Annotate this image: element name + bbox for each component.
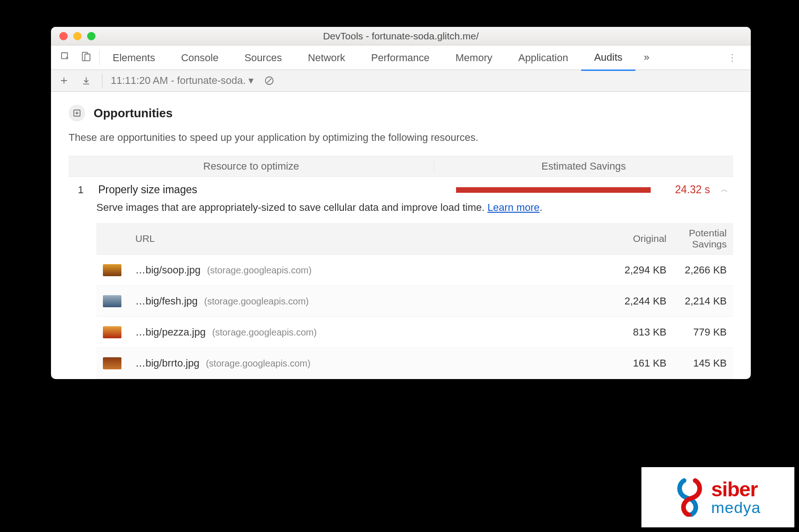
audits-toolbar: 11:11:20 AM - fortunate-soda. ▾: [51, 70, 751, 92]
table-row: …big/pezza.jpg(storage.googleapis.com) 8…: [96, 317, 733, 348]
watermark-line1: siber: [711, 479, 761, 500]
chevron-up-icon[interactable]: ︿: [718, 185, 730, 195]
audits-content: Opportunities These are opportunities to…: [51, 92, 751, 379]
image-thumbnail: [103, 357, 121, 369]
watermark-logo-icon: [675, 478, 704, 517]
th-url: URL: [103, 233, 606, 244]
audit-index: 1: [71, 184, 90, 196]
devtools-tabbar: Elements Console Sources Network Perform…: [51, 45, 751, 70]
resource-host: (storage.googleapis.com): [207, 265, 312, 276]
th-potential: Potential Savings: [666, 228, 727, 250]
tab-performance[interactable]: Performance: [358, 45, 443, 70]
tab-sources[interactable]: Sources: [231, 45, 295, 70]
device-toggle-icon[interactable]: [81, 51, 91, 63]
maximize-window-button[interactable]: [87, 32, 95, 40]
table-header: URL Original Potential Savings: [96, 223, 733, 255]
potential-savings: 2,266 KB: [666, 264, 727, 276]
resource-host: (storage.googleapis.com): [204, 296, 309, 307]
watermark-text: siber medya: [711, 479, 761, 515]
tab-application[interactable]: Application: [505, 45, 581, 70]
image-thumbnail: [103, 326, 121, 338]
audit-run-label: 11:11:20 AM - fortunate-soda.: [111, 75, 246, 87]
section-title: Opportunities: [94, 106, 172, 120]
audit-description: Serve images that are appropriately-size…: [69, 200, 733, 223]
resource-host: (storage.googleapis.com): [212, 327, 317, 338]
image-thumbnail: [103, 264, 121, 276]
table-row: …big/fesh.jpg(storage.googleapis.com) 2,…: [96, 286, 733, 317]
col-resource: Resource to optimize: [69, 160, 434, 172]
original-size: 813 KB: [606, 326, 666, 338]
potential-savings: 779 KB: [666, 326, 727, 338]
potential-savings: 2,214 KB: [666, 295, 727, 307]
audit-properly-size-images: 1 Properly size images 24.32 s ︿ Serve i…: [69, 177, 733, 379]
audit-savings-value: 24.32 s: [659, 184, 710, 196]
learn-more-link[interactable]: Learn more: [488, 202, 540, 213]
opportunities-header-row: Resource to optimize Estimated Savings: [69, 156, 733, 177]
table-row: …big/soop.jpg(storage.googleapis.com) 2,…: [96, 255, 733, 286]
section-description: These are opportunities to speed up your…: [69, 132, 733, 144]
window-title: DevTools - fortunate-soda.glitch.me/: [51, 31, 751, 42]
original-size: 161 KB: [606, 357, 666, 369]
resource-path[interactable]: …big/fesh.jpg: [135, 295, 198, 307]
audit-title: Properly size images: [98, 184, 197, 196]
window-controls: [59, 32, 95, 40]
audit-summary-row[interactable]: 1 Properly size images 24.32 s ︿: [69, 182, 733, 200]
original-size: 2,244 KB: [606, 295, 666, 307]
devtools-menu-button[interactable]: ⋮: [718, 52, 746, 63]
opportunities-icon: [69, 105, 85, 121]
tab-audits[interactable]: Audits: [581, 45, 635, 71]
savings-bar: [456, 187, 651, 193]
tab-network[interactable]: Network: [295, 45, 358, 70]
image-thumbnail: [103, 295, 121, 307]
col-savings: Estimated Savings: [434, 160, 733, 172]
tab-console[interactable]: Console: [168, 45, 232, 70]
clear-audit-icon[interactable]: [263, 74, 276, 87]
audit-run-selector[interactable]: 11:11:20 AM - fortunate-soda. ▾: [102, 74, 254, 88]
svg-rect-2: [85, 54, 90, 61]
minimize-window-button[interactable]: [73, 32, 82, 40]
table-row: …big/brrto.jpg(storage.googleapis.com) 1…: [96, 348, 733, 379]
devtools-window: DevTools - fortunate-soda.glitch.me/ Ele…: [51, 27, 751, 379]
audit-detail-table: URL Original Potential Savings …big/soop…: [96, 223, 733, 379]
original-size: 2,294 KB: [606, 264, 666, 276]
resource-path[interactable]: …big/pezza.jpg: [135, 326, 206, 338]
resource-path[interactable]: …big/soop.jpg: [135, 264, 201, 276]
dropdown-triangle-icon: ▾: [248, 75, 254, 87]
download-audit-icon[interactable]: [80, 74, 93, 87]
inspect-element-icon[interactable]: [60, 51, 70, 63]
resource-path[interactable]: …big/brrto.jpg: [135, 357, 199, 369]
tab-elements[interactable]: Elements: [100, 45, 168, 70]
titlebar: DevTools - fortunate-soda.glitch.me/: [51, 27, 751, 45]
new-audit-icon[interactable]: [57, 74, 70, 87]
tab-memory[interactable]: Memory: [443, 45, 505, 70]
potential-savings: 145 KB: [666, 357, 727, 369]
resource-host: (storage.googleapis.com): [206, 358, 311, 369]
watermark-line2: medya: [711, 500, 761, 515]
watermark-badge: siber medya: [641, 467, 794, 527]
th-original: Original: [606, 233, 666, 244]
close-window-button[interactable]: [59, 32, 68, 40]
tabs-overflow-button[interactable]: »: [635, 51, 658, 63]
